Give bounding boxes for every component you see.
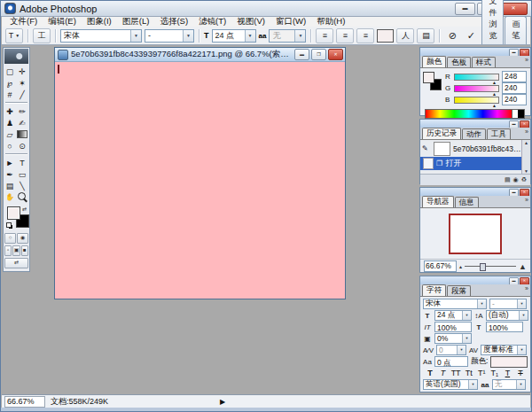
jump-to-imageready-button[interactable]: ⇄ <box>4 258 28 268</box>
tracking-select[interactable]: 度量标准 ▼ <box>481 345 527 355</box>
strikethrough-button[interactable]: T <box>515 368 526 378</box>
text-orientation-toggle[interactable]: 工 <box>33 28 51 43</box>
notes-tool-icon[interactable]: ▤ <box>4 180 16 191</box>
tab-styles[interactable]: 样式 <box>472 57 496 67</box>
commit-edits-button[interactable]: ✓ <box>463 29 479 43</box>
rectangle-tool-icon[interactable]: ▭ <box>16 168 28 180</box>
panel-foreground-swatch[interactable] <box>423 72 434 83</box>
cancel-edits-button[interactable]: ⊘ <box>444 29 460 43</box>
blue-slider[interactable]: ▲ <box>454 97 499 104</box>
align-center-button[interactable]: ≡ <box>336 28 354 43</box>
horizontal-scale-field[interactable]: 100% <box>486 322 523 332</box>
blur-tool-icon[interactable]: ○ <box>4 140 16 152</box>
tab-history[interactable]: 历史记录 <box>422 128 461 139</box>
proportional-spacing-select[interactable]: 0% ▼ <box>434 333 472 344</box>
magic-wand-tool-icon[interactable]: ✶ <box>16 77 28 89</box>
char-color-swatch[interactable] <box>490 356 528 368</box>
eyedropper-tool-icon[interactable]: ╲ <box>16 180 28 191</box>
zoom-tool-icon[interactable] <box>16 191 28 203</box>
warp-text-button[interactable]: 人 <box>396 28 414 43</box>
blue-value-field[interactable]: 240 <box>502 94 527 105</box>
scroll-down-icon[interactable]: ▼ <box>524 168 528 174</box>
panel-title-strip[interactable]: ▬ ✕ <box>420 48 530 56</box>
align-right-button[interactable]: ≡ <box>356 28 374 43</box>
tab-actions[interactable]: 动作 <box>462 128 486 139</box>
char-font-size-select[interactable]: 24 点 ▼ <box>434 310 472 321</box>
tab-paragraph[interactable]: 段落 <box>447 285 471 296</box>
leading-select[interactable]: (自动) ▼ <box>486 310 528 321</box>
faux-italic-button[interactable]: T <box>438 368 449 378</box>
all-caps-button[interactable]: TT <box>450 368 461 378</box>
new-snapshot-button[interactable]: ◉ <box>513 175 519 184</box>
hand-tool-icon[interactable]: ✋ <box>4 191 16 203</box>
history-entry-open[interactable]: ❐ 打开 <box>420 157 522 170</box>
pen-tool-icon[interactable]: ✒ <box>4 168 16 180</box>
eraser-tool-icon[interactable]: ▱ <box>4 128 16 140</box>
spectrum-black-swatch[interactable] <box>518 110 524 118</box>
slider-thumb[interactable] <box>480 263 486 271</box>
align-left-button[interactable]: ≡ <box>316 28 333 43</box>
healing-brush-tool-icon[interactable]: ✚ <box>4 105 16 117</box>
green-value-field[interactable]: 240 <box>502 82 527 94</box>
quick-mask-mode-button[interactable]: ◉ <box>17 233 28 244</box>
tab-color[interactable]: 颜色 <box>422 56 446 67</box>
navigator-proxy-view[interactable] <box>449 214 502 254</box>
tab-navigator[interactable]: 导航器 <box>422 196 454 207</box>
move-tool-icon[interactable]: ✛ <box>16 66 28 77</box>
navigator-zoom-field[interactable]: 66.67% <box>424 260 457 272</box>
lasso-tool-icon[interactable]: ℘ <box>4 77 16 89</box>
tool-preset-picker[interactable]: T ▼ <box>5 28 23 43</box>
text-color-swatch[interactable] <box>377 29 394 43</box>
brushes-tab[interactable]: 画笔 <box>505 16 527 44</box>
navigator-zoom-slider[interactable] <box>465 262 516 270</box>
spectrum-white-swatch[interactable] <box>512 110 518 118</box>
vertical-scale-field[interactable]: 100% <box>434 322 472 332</box>
type-tool-icon[interactable]: T <box>16 157 28 168</box>
panel-title-strip[interactable]: ▬ ✕ <box>420 188 530 196</box>
panel-title-strip[interactable]: ▬ ✕ <box>420 276 530 284</box>
panel-menu-chevron-icon[interactable]: » <box>525 57 528 63</box>
swap-colors-icon[interactable]: ⇄ <box>22 206 27 212</box>
gradient-tool-icon[interactable] <box>16 128 28 140</box>
underline-button[interactable]: T <box>502 368 512 378</box>
path-selection-tool-icon[interactable]: ► <box>4 157 16 168</box>
baseline-shift-field[interactable]: 0 点 <box>434 356 468 367</box>
faux-bold-button[interactable]: T <box>425 368 435 378</box>
doc-close-button[interactable]: ✕ <box>328 49 343 60</box>
fullscreen-with-menus-button[interactable]: ▣ <box>12 245 20 256</box>
panel-menu-chevron-icon[interactable]: » <box>525 285 528 292</box>
tab-tools[interactable]: 工具 <box>487 128 511 139</box>
rectangular-marquee-tool-icon[interactable]: ▢ <box>4 66 16 77</box>
subscript-button[interactable]: T₁ <box>489 368 500 378</box>
panel-menu-chevron-icon[interactable]: » <box>525 197 528 203</box>
char-font-family-select[interactable]: 宋体 ▼ <box>423 299 487 309</box>
color-spectrum-ramp[interactable] <box>425 109 525 119</box>
char-anti-alias-select[interactable]: 无 ▼ <box>492 379 526 390</box>
anti-alias-select[interactable]: 无 ▼ <box>269 29 306 43</box>
scroll-up-icon[interactable]: ▲ <box>524 140 528 145</box>
brush-tool-icon[interactable]: ✏ <box>16 105 28 117</box>
history-brush-tool-icon[interactable]: ✍ <box>16 117 28 128</box>
clone-stamp-tool-icon[interactable]: ♟ <box>4 117 16 128</box>
green-slider[interactable]: ▲ <box>454 85 499 92</box>
status-menu-arrow-icon[interactable]: ▶ <box>220 398 225 406</box>
toggle-palettes-button[interactable]: ▤ <box>417 28 434 43</box>
file-browser-tab[interactable]: 文件浏览 <box>481 0 504 44</box>
font-size-select[interactable]: 24 点 ▼ <box>212 29 256 43</box>
status-zoom-field[interactable]: 66.67% <box>4 396 45 408</box>
superscript-button[interactable]: T¹ <box>476 368 487 378</box>
delete-state-button[interactable]: ♻ <box>521 175 527 184</box>
document-title-bar[interactable]: 5e70b6391fb8c4339397766f8a422171.png @ 6… <box>55 48 345 62</box>
crop-tool-icon[interactable]: # <box>4 89 16 100</box>
font-family-select[interactable]: 宋体 ▼ <box>60 29 142 43</box>
char-font-style-select[interactable]: - ▼ <box>489 299 527 309</box>
slider-thumb-icon[interactable]: ▲ <box>492 103 497 108</box>
tab-info[interactable]: 信息 <box>455 197 479 207</box>
minimize-button[interactable]: ▬ <box>455 3 475 15</box>
dodge-tool-icon[interactable]: ⊙ <box>16 140 28 152</box>
panel-menu-chevron-icon[interactable]: » <box>525 128 528 135</box>
new-document-from-state-button[interactable]: ▤ <box>505 175 511 184</box>
zoom-out-icon[interactable]: ▴ <box>459 263 462 269</box>
language-select[interactable]: 英语(美国) ▼ <box>423 379 478 390</box>
standard-screen-button[interactable]: ▫ <box>4 245 12 256</box>
